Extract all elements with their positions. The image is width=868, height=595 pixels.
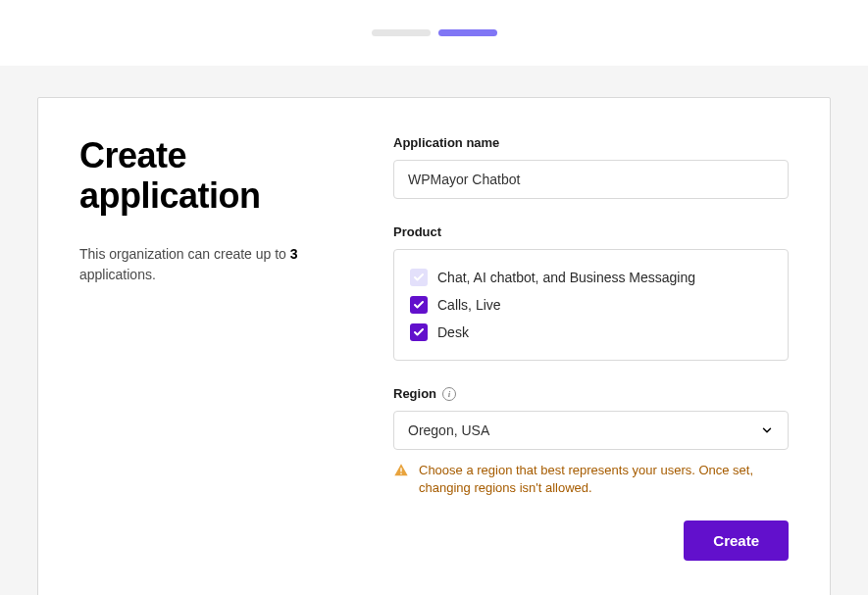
region-label: Region i bbox=[393, 386, 789, 401]
page-background: Create application This organization can… bbox=[0, 66, 868, 595]
checkbox-chat[interactable] bbox=[410, 269, 428, 286]
subtitle-prefix: This organization can create up to bbox=[79, 246, 290, 262]
info-icon[interactable]: i bbox=[442, 387, 456, 401]
application-name-group: Application name bbox=[393, 135, 789, 199]
progress-step-2 bbox=[438, 29, 497, 36]
region-warning: Choose a region that best represents you… bbox=[393, 462, 789, 497]
checkbox-calls[interactable] bbox=[410, 296, 428, 314]
chevron-down-icon bbox=[760, 423, 774, 437]
create-button[interactable]: Create bbox=[684, 521, 789, 561]
region-group: Region i Oregon, USA Choose a region tha… bbox=[393, 386, 789, 497]
page-title: Create application bbox=[79, 135, 334, 217]
product-label-calls: Calls, Live bbox=[437, 297, 501, 313]
region-warning-text: Choose a region that best represents you… bbox=[419, 462, 789, 497]
progress-step-1 bbox=[372, 29, 431, 36]
title-line-1: Create bbox=[79, 135, 186, 175]
subtitle-highlight: 3 bbox=[290, 246, 298, 262]
application-name-input[interactable] bbox=[393, 160, 789, 199]
title-line-2: application bbox=[79, 175, 261, 216]
region-value: Oregon, USA bbox=[408, 422, 489, 438]
check-icon bbox=[413, 299, 425, 311]
product-label-desk: Desk bbox=[437, 324, 469, 340]
product-label-chat: Chat, AI chatbot, and Business Messaging bbox=[437, 270, 695, 285]
right-column: Application name Product Chat, AI chatbo… bbox=[393, 135, 789, 561]
subtitle-suffix: applications. bbox=[79, 267, 156, 282]
svg-rect-0 bbox=[400, 468, 401, 471]
footer-row: Create bbox=[393, 521, 789, 561]
region-label-text: Region bbox=[393, 386, 436, 401]
svg-rect-1 bbox=[400, 473, 401, 474]
warning-icon bbox=[393, 463, 409, 478]
product-group: Product Chat, AI chatbot, and Business M… bbox=[393, 224, 789, 361]
checkbox-desk[interactable] bbox=[410, 323, 428, 341]
create-application-card: Create application This organization can… bbox=[37, 97, 831, 595]
check-icon bbox=[413, 326, 425, 338]
region-select[interactable]: Oregon, USA bbox=[393, 411, 789, 450]
product-row-calls[interactable]: Calls, Live bbox=[410, 291, 772, 319]
left-column: Create application This organization can… bbox=[79, 135, 334, 561]
product-row-chat[interactable]: Chat, AI chatbot, and Business Messaging bbox=[410, 264, 772, 291]
product-box: Chat, AI chatbot, and Business Messaging… bbox=[393, 249, 789, 361]
product-label: Product bbox=[393, 224, 789, 239]
progress-bar bbox=[0, 0, 868, 66]
application-name-label: Application name bbox=[393, 135, 789, 150]
check-icon bbox=[413, 272, 425, 283]
subtitle: This organization can create up to 3 app… bbox=[79, 244, 334, 285]
product-row-desk[interactable]: Desk bbox=[410, 319, 772, 346]
